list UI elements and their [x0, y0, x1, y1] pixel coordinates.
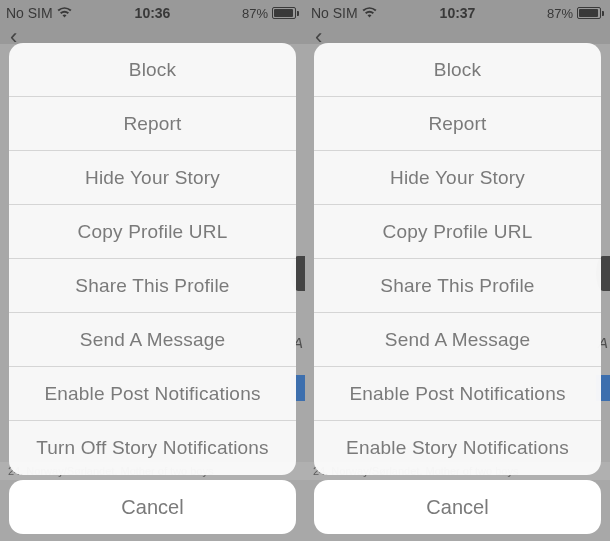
action-sheet-container: Block Report Hide Your Story Copy Profil…: [9, 43, 296, 475]
action-turn-off-story-notifications[interactable]: Turn Off Story Notifications: [9, 421, 296, 475]
action-send-message[interactable]: Send A Message: [9, 313, 296, 367]
phone-right: No SIM 10:37 87% ‹ A 24. Norway/Sørlande…: [305, 0, 610, 541]
action-hide-story[interactable]: Hide Your Story: [314, 151, 601, 205]
action-enable-story-notifications[interactable]: Enable Story Notifications: [314, 421, 601, 475]
phone-left: No SIM 10:36 87% ‹ A 24. Norway/Sørlande…: [0, 0, 305, 541]
action-report[interactable]: Report: [9, 97, 296, 151]
action-enable-post-notifications[interactable]: Enable Post Notifications: [9, 367, 296, 421]
action-copy-url[interactable]: Copy Profile URL: [314, 205, 601, 259]
action-block[interactable]: Block: [9, 43, 296, 97]
action-enable-post-notifications[interactable]: Enable Post Notifications: [314, 367, 601, 421]
action-sheet-container: Block Report Hide Your Story Copy Profil…: [314, 43, 601, 475]
action-hide-story[interactable]: Hide Your Story: [9, 151, 296, 205]
action-copy-url[interactable]: Copy Profile URL: [9, 205, 296, 259]
action-block[interactable]: Block: [314, 43, 601, 97]
action-report[interactable]: Report: [314, 97, 601, 151]
action-send-message[interactable]: Send A Message: [314, 313, 601, 367]
action-share-profile[interactable]: Share This Profile: [9, 259, 296, 313]
action-sheet: Block Report Hide Your Story Copy Profil…: [9, 43, 296, 475]
action-sheet: Block Report Hide Your Story Copy Profil…: [314, 43, 601, 475]
cancel-button[interactable]: Cancel: [9, 480, 296, 534]
action-share-profile[interactable]: Share This Profile: [314, 259, 601, 313]
cancel-button[interactable]: Cancel: [314, 480, 601, 534]
